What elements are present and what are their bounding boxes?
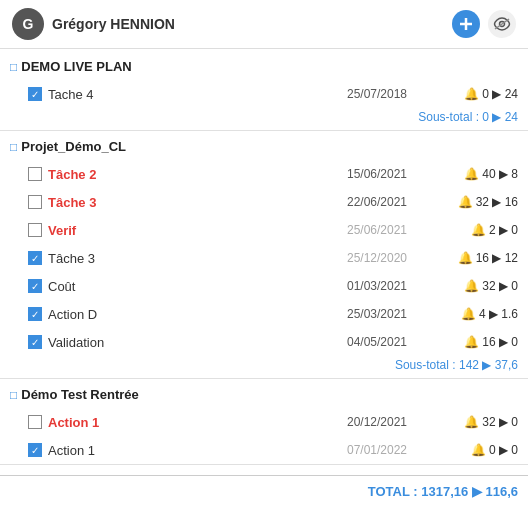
collapse-icon: □	[10, 60, 17, 74]
bell-icon: 🔔	[471, 443, 486, 457]
task-score: 🔔 32 ▶ 0	[428, 279, 518, 293]
plus-icon	[458, 16, 474, 32]
section-demo-live-plan: □ DEMO LIVE PLAN ✓Tache 425/07/2018🔔 0 ▶…	[0, 53, 528, 131]
table-row: ✓Action 107/01/2022🔔 0 ▶ 0	[0, 436, 528, 464]
task-name: Tache 4	[48, 87, 326, 102]
section-demo-test-rentree: □ Démo Test Rentrée Action 120/12/2021🔔 …	[0, 381, 528, 465]
bell-icon: 🔔	[464, 87, 479, 101]
bell-icon: 🔔	[458, 195, 473, 209]
table-row: Action 120/12/2021🔔 32 ▶ 0	[0, 408, 528, 436]
task-date: 20/12/2021	[332, 415, 422, 429]
bell-icon: 🔔	[464, 279, 479, 293]
table-row: ✓Tache 425/07/2018🔔 0 ▶ 24	[0, 80, 528, 108]
task-date: 01/03/2021	[332, 279, 422, 293]
table-row: Tâche 322/06/2021🔔 32 ▶ 16	[0, 188, 528, 216]
task-name: Tâche 3	[48, 251, 326, 266]
task-name: Action D	[48, 307, 326, 322]
task-score: 🔔 0 ▶ 24	[428, 87, 518, 101]
task-checkbox[interactable]	[28, 415, 42, 429]
section-label: Démo Test Rentrée	[21, 387, 139, 402]
task-score: 🔔 4 ▶ 1.6	[428, 307, 518, 321]
task-score: 🔔 32 ▶ 0	[428, 415, 518, 429]
collapse-icon: □	[10, 140, 17, 154]
task-checkbox[interactable]: ✓	[28, 335, 42, 349]
eye-icon	[493, 17, 511, 31]
user-info: G Grégory HENNION	[12, 8, 175, 40]
task-date: 25/03/2021	[332, 307, 422, 321]
app-header: G Grégory HENNION	[0, 0, 528, 49]
section-header-demo-live-plan[interactable]: □ DEMO LIVE PLAN	[0, 53, 528, 80]
task-checkbox[interactable]	[28, 223, 42, 237]
task-date: 25/12/2020	[332, 251, 422, 265]
add-button[interactable]	[452, 10, 480, 38]
avatar-initials: G	[23, 16, 34, 32]
task-score: 🔔 2 ▶ 0	[428, 223, 518, 237]
total-row: TOTAL : 1317,16 ▶ 116,6	[0, 475, 528, 507]
section-label: DEMO LIVE PLAN	[21, 59, 132, 74]
collapse-icon: □	[10, 388, 17, 402]
eye-button[interactable]	[488, 10, 516, 38]
bell-icon: 🔔	[464, 335, 479, 349]
task-name: Action 1	[48, 415, 326, 430]
main-content: □ DEMO LIVE PLAN ✓Tache 425/07/2018🔔 0 ▶…	[0, 49, 528, 471]
bell-icon: 🔔	[458, 251, 473, 265]
table-row: ✓Action D25/03/2021🔔 4 ▶ 1.6	[0, 300, 528, 328]
task-checkbox[interactable]: ✓	[28, 87, 42, 101]
task-name: Action 1	[48, 443, 326, 458]
subtotal-row: Sous-total : 0 ▶ 24	[0, 108, 528, 131]
task-name: Validation	[48, 335, 326, 350]
task-score: 🔔 16 ▶ 12	[428, 251, 518, 265]
task-date: 25/07/2018	[332, 87, 422, 101]
avatar: G	[12, 8, 44, 40]
task-name: Verif	[48, 223, 326, 238]
task-name: Coût	[48, 279, 326, 294]
task-score: 🔔 0 ▶ 0	[428, 443, 518, 457]
section-projet-demo-cl: □ Projet_Démo_CL Tâche 215/06/2021🔔 40 ▶…	[0, 133, 528, 379]
task-date: 04/05/2021	[332, 335, 422, 349]
section-label: Projet_Démo_CL	[21, 139, 126, 154]
table-row: Tâche 215/06/2021🔔 40 ▶ 8	[0, 160, 528, 188]
bell-icon: 🔔	[464, 415, 479, 429]
table-row: Verif25/06/2021🔔 2 ▶ 0	[0, 216, 528, 244]
header-actions	[452, 10, 516, 38]
task-date: 15/06/2021	[332, 167, 422, 181]
task-checkbox[interactable]: ✓	[28, 443, 42, 457]
task-checkbox[interactable]: ✓	[28, 251, 42, 265]
task-checkbox[interactable]	[28, 195, 42, 209]
bell-icon: 🔔	[461, 307, 476, 321]
task-name: Tâche 3	[48, 195, 326, 210]
task-name: Tâche 2	[48, 167, 326, 182]
bell-icon: 🔔	[471, 223, 486, 237]
task-checkbox[interactable]: ✓	[28, 307, 42, 321]
task-checkbox[interactable]: ✓	[28, 279, 42, 293]
task-date: 07/01/2022	[332, 443, 422, 457]
task-checkbox[interactable]	[28, 167, 42, 181]
task-date: 22/06/2021	[332, 195, 422, 209]
section-header-projet-demo-cl[interactable]: □ Projet_Démo_CL	[0, 133, 528, 160]
task-score: 🔔 16 ▶ 0	[428, 335, 518, 349]
subtotal-row: Sous-total : 142 ▶ 37,6	[0, 356, 528, 379]
bell-icon: 🔔	[464, 167, 479, 181]
table-row: ✓Coût01/03/2021🔔 32 ▶ 0	[0, 272, 528, 300]
section-header-demo-test-rentree[interactable]: □ Démo Test Rentrée	[0, 381, 528, 408]
total-label: TOTAL : 1317,16 ▶ 116,6	[368, 484, 518, 499]
task-date: 25/06/2021	[332, 223, 422, 237]
task-score: 🔔 40 ▶ 8	[428, 167, 518, 181]
table-row: ✓Tâche 325/12/2020🔔 16 ▶ 12	[0, 244, 528, 272]
user-name: Grégory HENNION	[52, 16, 175, 32]
table-row: ✓Validation04/05/2021🔔 16 ▶ 0	[0, 328, 528, 356]
task-score: 🔔 32 ▶ 16	[428, 195, 518, 209]
